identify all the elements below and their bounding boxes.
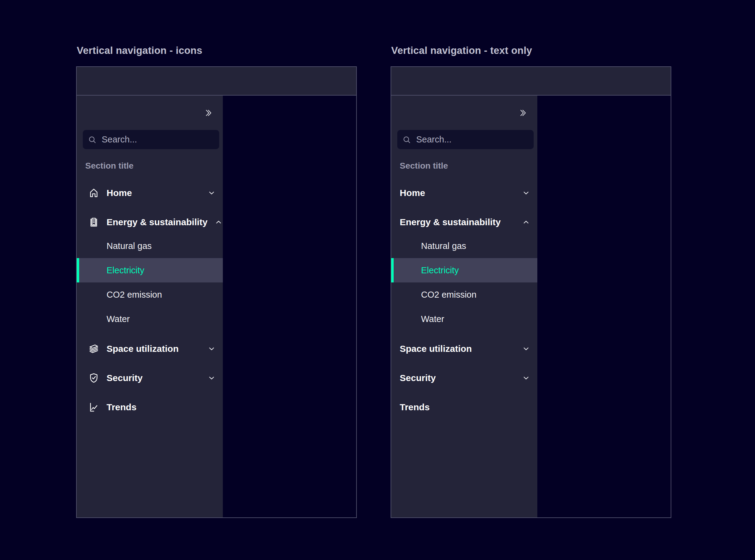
nav-item-home[interactable]: Home <box>391 181 537 204</box>
nav-group-energy-sustainability: Energy & sustainabilityNatural gasElectr… <box>77 210 223 331</box>
search-box[interactable] <box>397 130 534 149</box>
chevron-up-icon <box>522 218 530 226</box>
search-icon <box>402 135 411 144</box>
nav-subitem-electricity[interactable]: Electricity <box>77 258 223 282</box>
nav-subitem-label: Water <box>106 314 223 324</box>
collapse-sidebar-button[interactable] <box>202 107 214 119</box>
chevron-down-icon <box>207 345 216 353</box>
vertical-navigation: Section title HomeEnergy & sustainabilit… <box>77 96 223 517</box>
nav-subitem-label: Water <box>421 314 537 324</box>
nav-group-trends: Trends <box>77 395 223 419</box>
double-chevron-right-icon <box>203 108 213 118</box>
panel-title: Vertical navigation - icons <box>77 44 357 57</box>
content-area <box>223 96 356 517</box>
nav-item-energy-sustainability[interactable]: Energy & sustainability <box>77 210 223 234</box>
nav-children: Natural gasElectricityCO2 emissionWater <box>77 234 223 331</box>
nav-item-label: Energy & sustainability <box>400 217 515 227</box>
nav-item-label: Energy & sustainability <box>106 217 207 227</box>
nav-subitem-label: CO2 emission <box>421 290 537 300</box>
nav-group-energy-sustainability: Energy & sustainabilityNatural gasElectr… <box>391 210 537 331</box>
chevron-up-icon <box>215 218 222 226</box>
search-box[interactable] <box>83 130 219 149</box>
nav-subitem-label: Electricity <box>106 265 223 276</box>
chevron-down-icon <box>522 189 530 197</box>
nav-subitem-co2-emission[interactable]: CO2 emission <box>391 282 537 307</box>
nav-children: Natural gasElectricityCO2 emissionWater <box>391 234 537 331</box>
layers-icon <box>88 343 100 355</box>
nav-subitem-water[interactable]: Water <box>77 307 223 331</box>
nav-item-security[interactable]: Security <box>391 366 537 389</box>
nav-item-home[interactable]: Home <box>77 181 223 204</box>
nav-group-home: Home <box>77 181 223 204</box>
nav-group-home: Home <box>391 181 537 204</box>
nav-menu: HomeEnergy & sustainabilityNatural gasEl… <box>391 181 537 517</box>
nav-item-label: Trends <box>106 402 216 413</box>
collapse-row <box>77 96 223 130</box>
app-header-bar <box>391 67 671 96</box>
chevron-down-icon <box>522 345 530 353</box>
search-input[interactable] <box>416 134 529 145</box>
search-input[interactable] <box>101 134 214 145</box>
nav-subitem-natural-gas[interactable]: Natural gas <box>77 234 223 258</box>
nav-item-label: Space utilization <box>106 344 201 354</box>
nav-subitem-natural-gas[interactable]: Natural gas <box>391 234 537 258</box>
line-chart-icon <box>88 401 100 413</box>
content-area <box>537 96 671 517</box>
panel-title: Vertical navigation - text only <box>391 44 671 57</box>
vertical-navigation: Section title HomeEnergy & sustainabilit… <box>391 96 537 517</box>
shield-check-icon <box>88 372 100 384</box>
nav-section-title: Section title <box>391 160 537 172</box>
app-header-bar <box>77 67 356 96</box>
nav-subitem-label: Natural gas <box>106 241 223 251</box>
nav-group-space-utilization: Space utilization <box>391 337 537 360</box>
nav-subitem-co2-emission[interactable]: CO2 emission <box>77 282 223 307</box>
demo-panel-text-only: Vertical navigation - text only Section … <box>391 44 671 518</box>
nav-item-security[interactable]: Security <box>77 366 223 389</box>
nav-item-label: Trends <box>400 402 530 413</box>
collapse-row <box>391 96 537 130</box>
nav-item-label: Home <box>400 188 515 198</box>
double-chevron-right-icon <box>518 108 527 118</box>
nav-section-title: Section title <box>77 160 223 172</box>
nav-group-trends: Trends <box>391 395 537 419</box>
search-icon <box>88 135 97 144</box>
nav-item-energy-sustainability[interactable]: Energy & sustainability <box>391 210 537 234</box>
nav-item-label: Space utilization <box>400 344 515 354</box>
nav-item-trends[interactable]: Trends <box>77 395 223 419</box>
nav-subitem-label: Electricity <box>421 265 537 276</box>
collapse-sidebar-button[interactable] <box>517 107 528 119</box>
chevron-down-icon <box>522 374 530 382</box>
chevron-down-icon <box>207 189 216 197</box>
nav-menu: HomeEnergy & sustainabilityNatural gasEl… <box>77 181 223 517</box>
home-icon <box>88 187 100 199</box>
chevron-down-icon <box>207 374 216 382</box>
nav-item-space-utilization[interactable]: Space utilization <box>391 337 537 360</box>
nav-subitem-electricity[interactable]: Electricity <box>391 258 537 282</box>
app-frame: Section title HomeEnergy & sustainabilit… <box>76 66 357 518</box>
demo-panel-icons: Vertical navigation - icons Section titl… <box>76 44 357 518</box>
nav-subitem-label: Natural gas <box>421 241 537 251</box>
nav-item-space-utilization[interactable]: Space utilization <box>77 337 223 360</box>
nav-subitem-water[interactable]: Water <box>391 307 537 331</box>
nav-item-label: Home <box>106 188 201 198</box>
building-icon <box>88 216 100 228</box>
nav-group-security: Security <box>391 366 537 389</box>
nav-item-label: Security <box>106 373 201 383</box>
nav-group-security: Security <box>77 366 223 389</box>
nav-group-space-utilization: Space utilization <box>77 337 223 360</box>
nav-subitem-label: CO2 emission <box>106 290 223 300</box>
app-frame: Section title HomeEnergy & sustainabilit… <box>391 66 671 518</box>
nav-item-label: Security <box>400 373 515 383</box>
app-body: Section title HomeEnergy & sustainabilit… <box>77 96 356 517</box>
nav-item-trends[interactable]: Trends <box>391 395 537 419</box>
app-body: Section title HomeEnergy & sustainabilit… <box>391 96 671 517</box>
